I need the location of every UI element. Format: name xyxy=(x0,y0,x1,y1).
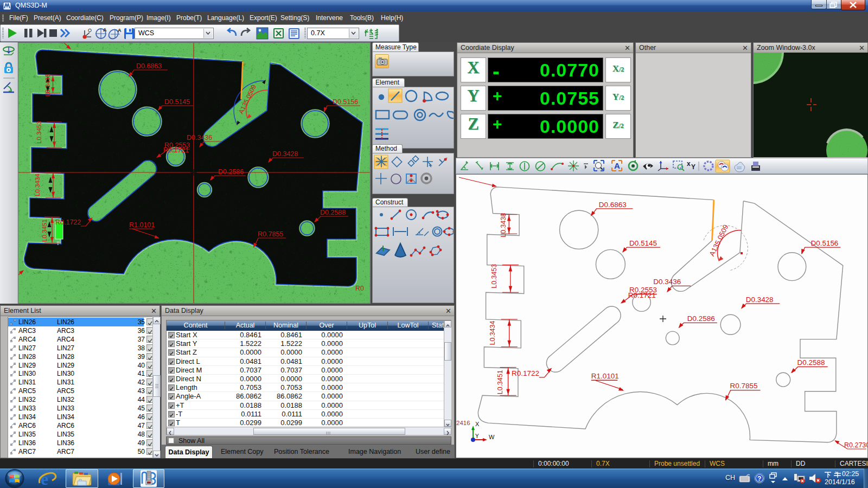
svg-text:A: A xyxy=(118,28,122,33)
svg-text:O: O xyxy=(88,28,92,33)
svg-text:e: e xyxy=(41,470,48,487)
svg-text:2416: 2416 xyxy=(456,420,470,426)
svg-text:A: A xyxy=(614,161,620,170)
svg-text:x: x xyxy=(687,160,691,168)
svg-text:A: A xyxy=(103,27,107,33)
svg-text:W: W xyxy=(489,434,495,440)
svg-text:R0.2730: R0.2730 xyxy=(844,441,868,449)
svg-text:?: ? xyxy=(757,475,761,483)
svg-text:Y: Y xyxy=(691,163,695,171)
svg-text:Y: Y xyxy=(475,433,479,439)
svg-text:T: T xyxy=(56,241,60,246)
svg-text:R0: R0 xyxy=(355,285,364,292)
svg-text:X: X xyxy=(475,421,480,427)
